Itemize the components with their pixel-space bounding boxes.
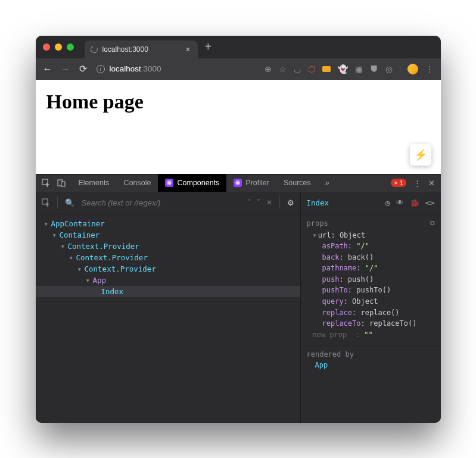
prop-row[interactable]: ▾url: Object bbox=[307, 230, 435, 241]
rendered-by-panel: rendered by App bbox=[301, 345, 441, 374]
profile-avatar[interactable] bbox=[407, 64, 418, 74]
view-source-icon[interactable]: <> bbox=[425, 198, 435, 207]
maximize-window-button[interactable] bbox=[67, 43, 74, 51]
prop-row[interactable]: asPath: / bbox=[307, 241, 435, 252]
separator bbox=[57, 197, 58, 208]
tab-elements[interactable]: Elements bbox=[71, 174, 117, 192]
prop-row[interactable]: pushTo: pushTo() bbox=[307, 285, 435, 296]
debug-icon[interactable]: 🐞 bbox=[410, 198, 419, 207]
devtools-close-icon[interactable]: ✕ bbox=[428, 179, 435, 188]
close-tab-button[interactable]: × bbox=[185, 45, 190, 54]
selected-component-name: Index bbox=[307, 198, 329, 207]
devtools-body: 🔍 ˄ ˅ ✕ ⚙ ▾AppContainer ▾Container ▾Cont… bbox=[36, 192, 441, 423]
svg-point-7 bbox=[237, 182, 238, 183]
props-panel: props ⧉ ▾url: Object asPath: / back: bac… bbox=[301, 214, 441, 346]
tabs-overflow[interactable]: » bbox=[318, 174, 337, 192]
forward-button[interactable]: → bbox=[61, 64, 70, 74]
components-tree-pane: 🔍 ˄ ˅ ✕ ⚙ ▾AppContainer ▾Container ▾Cont… bbox=[36, 192, 301, 423]
site-info-icon[interactable]: i bbox=[97, 65, 105, 73]
page-content: Home page ⚡ bbox=[36, 80, 441, 174]
pocket-icon[interactable]: ◡ bbox=[294, 64, 301, 74]
tree-node[interactable]: ▾Context.Provider bbox=[36, 252, 300, 263]
new-tab-button[interactable]: + bbox=[198, 40, 219, 54]
toolbar-right: ⊕ ☆ ◡ ⬡ 👻 ▦ ⛊ ◎ ⋮ bbox=[265, 64, 434, 74]
address-field[interactable]: i localhost:3000 bbox=[97, 64, 256, 73]
reload-button[interactable]: ⟳ bbox=[79, 63, 88, 74]
search-icon: 🔍 bbox=[65, 198, 74, 207]
svg-point-3 bbox=[169, 182, 170, 183]
new-prop-row[interactable]: new prop : bbox=[307, 329, 435, 341]
bookmark-icon[interactable]: ☆ bbox=[279, 64, 287, 74]
react-icon bbox=[165, 179, 173, 187]
devtools-menu-icon[interactable]: ⋮ bbox=[413, 179, 421, 188]
ublock-icon[interactable]: ⛊ bbox=[370, 64, 378, 74]
tree-search-input[interactable] bbox=[82, 198, 240, 207]
window-controls bbox=[43, 43, 74, 51]
url-host: localhost bbox=[110, 64, 141, 73]
prop-row[interactable]: back: back() bbox=[307, 252, 435, 263]
close-window-button[interactable] bbox=[43, 43, 50, 51]
browser-tab[interactable]: localhost:3000 × bbox=[85, 40, 198, 58]
tree-node[interactable]: ▾Context.Provider bbox=[36, 263, 300, 275]
tree-node-selected[interactable]: Index bbox=[36, 286, 300, 297]
react-icon bbox=[234, 179, 242, 187]
menu-icon[interactable]: ⋮ bbox=[425, 64, 434, 74]
tab-console[interactable]: Console bbox=[117, 174, 158, 192]
rendered-by-label: rendered by bbox=[307, 350, 435, 359]
search-clear-icon[interactable]: ✕ bbox=[266, 198, 272, 207]
prop-row[interactable]: replace: replace() bbox=[307, 307, 435, 319]
tab-sources[interactable]: Sources bbox=[276, 174, 318, 192]
lightning-icon: ⚡ bbox=[414, 148, 427, 161]
suspense-icon[interactable]: ◷ bbox=[385, 198, 390, 207]
minimize-window-button[interactable] bbox=[55, 43, 62, 51]
search-next-icon[interactable]: ˅ bbox=[257, 198, 260, 207]
separator bbox=[279, 197, 280, 208]
shield-icon[interactable]: ⬡ bbox=[308, 64, 315, 74]
zoom-icon[interactable]: ⊕ bbox=[265, 64, 272, 74]
device-toolbar-icon[interactable] bbox=[57, 179, 66, 187]
details-header: Index ◷ 👁 🐞 <> bbox=[301, 192, 441, 214]
select-element-icon[interactable] bbox=[42, 198, 50, 207]
separator bbox=[400, 64, 400, 74]
back-button[interactable]: ← bbox=[43, 64, 52, 74]
url-bar: ← → ⟳ i localhost:3000 ⊕ ☆ ◡ ⬡ 👻 ▦ ⛊ ◎ ⋮ bbox=[36, 58, 441, 80]
tree-node[interactable]: ▾Context.Provider bbox=[36, 241, 300, 252]
component-tree[interactable]: ▾AppContainer ▾Container ▾Context.Provid… bbox=[36, 214, 300, 423]
url-port: :3000 bbox=[141, 64, 161, 73]
rendered-by-link[interactable]: App bbox=[307, 361, 435, 369]
inspect-element-icon[interactable] bbox=[42, 179, 50, 187]
copy-props-icon[interactable]: ⧉ bbox=[430, 219, 435, 227]
props-label: props bbox=[307, 219, 328, 228]
page-heading: Home page bbox=[46, 91, 430, 113]
search-prev-icon[interactable]: ˄ bbox=[247, 198, 251, 207]
prop-row[interactable]: push: push() bbox=[307, 274, 435, 285]
browser-window: localhost:3000 × + ← → ⟳ i localhost:300… bbox=[36, 36, 441, 423]
extension-icon-3[interactable]: ◎ bbox=[385, 64, 393, 74]
svg-rect-2 bbox=[61, 182, 65, 186]
extension-icon[interactable] bbox=[322, 66, 331, 72]
component-details-pane: Index ◷ 👁 🐞 <> props ⧉ ▾url: Object asPa… bbox=[301, 192, 441, 423]
prop-row[interactable]: replaceTo: replaceTo() bbox=[307, 318, 435, 329]
error-count-badge[interactable]: 1 bbox=[391, 179, 406, 187]
dev-indicator-button[interactable]: ⚡ bbox=[410, 144, 431, 166]
extension-icon-2[interactable]: ▦ bbox=[355, 64, 363, 74]
devtools-tabstrip: Elements Console Components Profiler Sou… bbox=[36, 174, 441, 192]
inspect-dom-icon[interactable]: 👁 bbox=[396, 198, 404, 207]
tab-components[interactable]: Components bbox=[158, 174, 226, 192]
tab-profiler[interactable]: Profiler bbox=[226, 174, 276, 192]
tab-favicon bbox=[89, 45, 98, 54]
tab-title: localhost:3000 bbox=[102, 45, 148, 54]
prop-row[interactable]: query: Object bbox=[307, 296, 435, 307]
settings-icon[interactable]: ⚙ bbox=[287, 198, 294, 207]
titlebar: localhost:3000 × + bbox=[36, 36, 441, 58]
tree-node[interactable]: ▾Container bbox=[36, 229, 300, 241]
tree-toolbar: 🔍 ˄ ˅ ✕ ⚙ bbox=[36, 192, 300, 214]
tree-node[interactable]: ▾AppContainer bbox=[36, 218, 300, 229]
ghost-icon[interactable]: 👻 bbox=[338, 64, 348, 74]
prop-row[interactable]: pathname: / bbox=[307, 263, 435, 274]
tree-node[interactable]: ▾App bbox=[36, 275, 300, 286]
